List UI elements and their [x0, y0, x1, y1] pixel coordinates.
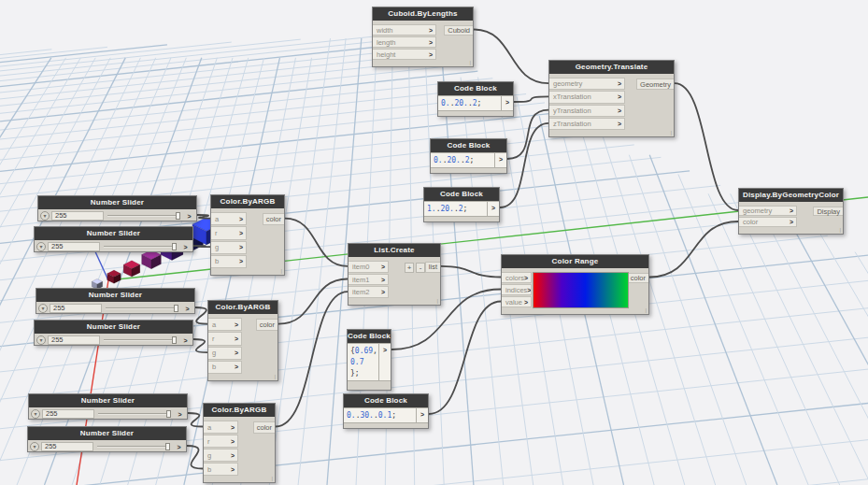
- node-ns5[interactable]: Number Slider▾255>: [28, 393, 188, 420]
- node-header[interactable]: Color Range: [502, 255, 648, 268]
- slider-value-input[interactable]: 255: [48, 242, 100, 251]
- input-port-value[interactable]: value>: [502, 296, 532, 307]
- output-port[interactable]: >: [184, 213, 194, 220]
- code-editor[interactable]: 0..30..0.1;: [344, 407, 417, 423]
- input-port-height[interactable]: height>: [373, 49, 436, 60]
- input-port-color[interactable]: color>: [739, 217, 797, 227]
- node-header[interactable]: Color.ByARGB: [211, 195, 284, 208]
- slider-track[interactable]: [106, 211, 182, 221]
- input-port-geometry[interactable]: geometry>: [739, 206, 797, 216]
- input-port-a[interactable]: a>: [211, 212, 247, 225]
- node-header[interactable]: Number Slider: [35, 227, 192, 240]
- node-cb1[interactable]: Code Block0..20..2;>: [437, 81, 514, 117]
- slider-expand-button[interactable]: ▾: [36, 335, 46, 345]
- input-port-g[interactable]: g>: [211, 241, 247, 254]
- output-port[interactable]: >: [495, 152, 506, 168]
- slider-handle[interactable]: [165, 443, 170, 450]
- node-ns1[interactable]: Number Slider▾255>: [37, 195, 197, 221]
- input-port-b[interactable]: b>: [204, 463, 238, 476]
- input-port-g[interactable]: g>: [204, 449, 238, 462]
- input-port-zTranslation[interactable]: zTranslation>: [549, 118, 625, 130]
- slider-expand-button[interactable]: ▾: [40, 211, 50, 221]
- node-cb2[interactable]: Code Block0..20..2;>: [430, 138, 507, 174]
- input-port-g[interactable]: g>: [208, 347, 242, 360]
- node-cb5[interactable]: Code Block0..30..0.1;>: [343, 393, 429, 429]
- node-argb2[interactable]: Color.ByARGBa>r>g>b>color|: [207, 300, 278, 381]
- input-port-indices[interactable]: indices>: [502, 284, 532, 295]
- output-port[interactable]: >: [379, 343, 391, 381]
- output-port-color[interactable]: color: [263, 213, 284, 225]
- input-port-width[interactable]: width>: [373, 24, 436, 36]
- node-header[interactable]: Number Slider: [29, 394, 187, 407]
- node-header[interactable]: Color.ByARGB: [204, 404, 275, 417]
- input-port-r[interactable]: r>: [208, 332, 242, 345]
- node-display[interactable]: Display.ByGeometryColorgeometry>color>Di…: [738, 188, 844, 235]
- node-header[interactable]: Display.ByGeometryColor: [739, 189, 843, 202]
- slider-value-input[interactable]: 255: [48, 335, 100, 345]
- node-header[interactable]: Number Slider: [36, 289, 194, 302]
- code-editor[interactable]: 1..20..2;: [424, 201, 488, 217]
- list-add-item-button[interactable]: +: [405, 263, 414, 273]
- slider-value-input[interactable]: 255: [50, 304, 102, 313]
- slider-track[interactable]: [102, 242, 178, 251]
- node-header[interactable]: Number Slider: [35, 321, 192, 334]
- code-editor[interactable]: 0..20..2;: [438, 95, 502, 111]
- node-cb4[interactable]: Code Block{0.69,0.7};>: [347, 329, 391, 391]
- output-port-color[interactable]: color: [253, 421, 275, 434]
- node-range[interactable]: Color Rangecolors>indices>value>color|: [501, 254, 649, 315]
- node-argb3[interactable]: Color.ByARGBa>r>g>b>color|: [203, 403, 276, 483]
- output-port[interactable]: >: [488, 201, 499, 217]
- slider-expand-button[interactable]: ▾: [36, 242, 46, 251]
- node-header[interactable]: Number Slider: [38, 196, 196, 209]
- output-port-list[interactable]: list: [425, 262, 440, 273]
- output-port[interactable]: >: [417, 407, 428, 423]
- slider-handle[interactable]: [174, 305, 178, 312]
- slider-track[interactable]: [95, 442, 172, 451]
- slider-value-input[interactable]: 255: [42, 409, 94, 419]
- input-port-b[interactable]: b>: [208, 361, 242, 374]
- lacing-indicator-icon[interactable]: |: [469, 59, 471, 66]
- output-port[interactable]: >: [174, 444, 184, 450]
- code-editor[interactable]: {0.69,0.7};: [348, 343, 379, 381]
- input-port-xTranslation[interactable]: xTranslation>: [549, 91, 625, 103]
- input-port-b[interactable]: b>: [211, 255, 247, 268]
- input-port-a[interactable]: a>: [208, 318, 242, 331]
- node-list[interactable]: List.Createitem0>item1>item2>list+-|: [348, 243, 441, 306]
- node-header[interactable]: List.Create: [349, 244, 440, 257]
- node-header[interactable]: Code Block: [438, 82, 513, 95]
- slider-handle[interactable]: [172, 243, 177, 250]
- node-translate[interactable]: Geometry.Translategeometry>xTranslation>…: [548, 60, 675, 137]
- dynamo-canvas[interactable]: Cuboid.ByLengthswidth>length>height>Cubo…: [0, 0, 868, 485]
- input-port-r[interactable]: r>: [204, 435, 238, 448]
- lacing-indicator-icon[interactable]: |: [280, 267, 282, 275]
- node-ns2[interactable]: Number Slider▾255>: [34, 226, 193, 252]
- node-header[interactable]: Code Block: [431, 139, 506, 152]
- lacing-indicator-icon[interactable]: |: [670, 129, 672, 136]
- node-header[interactable]: Number Slider: [28, 427, 186, 440]
- slider-value-input[interactable]: 255: [41, 442, 93, 451]
- slider-expand-button[interactable]: ▾: [38, 304, 48, 313]
- slider-track[interactable]: [102, 335, 178, 345]
- slider-handle[interactable]: [166, 410, 171, 418]
- node-header[interactable]: Code Block: [344, 394, 428, 407]
- node-header[interactable]: Code Block: [424, 188, 499, 201]
- output-port[interactable]: >: [180, 244, 191, 250]
- input-port-yTranslation[interactable]: yTranslation>: [549, 105, 625, 117]
- node-header[interactable]: Geometry.Translate: [549, 61, 674, 74]
- output-port-color[interactable]: color: [627, 273, 648, 283]
- list-remove-item-button[interactable]: -: [416, 263, 425, 273]
- slider-expand-button[interactable]: ▾: [31, 409, 40, 419]
- node-argb1[interactable]: Color.ByARGBa>r>g>b>color|: [210, 194, 285, 276]
- code-editor[interactable]: 0..20..2;: [431, 152, 495, 168]
- input-port-colors[interactable]: colors>: [502, 272, 532, 283]
- output-port[interactable]: >: [180, 337, 191, 344]
- node-header[interactable]: Code Block: [348, 330, 391, 343]
- node-ns6[interactable]: Number Slider▾255>: [27, 426, 187, 452]
- input-port-item1[interactable]: item1>: [349, 274, 389, 286]
- slider-value-input[interactable]: 255: [51, 211, 104, 221]
- node-ns4[interactable]: Number Slider▾255>: [34, 320, 193, 346]
- node-ns3[interactable]: Number Slider▾255>: [36, 288, 195, 314]
- slider-handle[interactable]: [176, 212, 180, 220]
- slider-handle[interactable]: [172, 336, 177, 344]
- lacing-indicator-icon[interactable]: |: [271, 475, 273, 482]
